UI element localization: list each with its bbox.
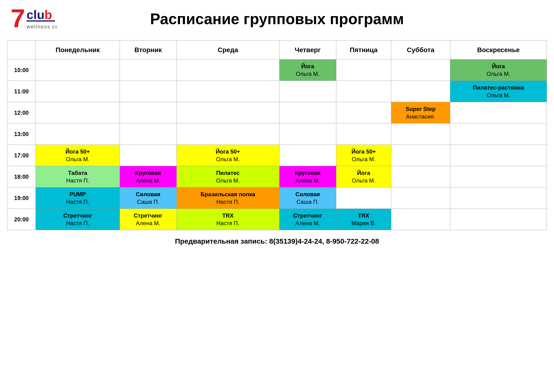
footer-registration: Предварительная запись: 8(35139)4-24-24,… bbox=[7, 237, 547, 245]
cell-class-name: PUMP bbox=[69, 190, 86, 198]
schedule-cell: ЙогаОльга М. bbox=[336, 166, 391, 188]
cell-trainer-name: Алена М. bbox=[136, 177, 160, 184]
schedule-table: Понедельник Вторник Среда Четверг Пятниц… bbox=[7, 40, 547, 230]
header-saturday: Суббота bbox=[391, 41, 450, 59]
cell-trainer-name: Алена М. bbox=[295, 177, 320, 184]
schedule-cell bbox=[120, 102, 176, 124]
cell-content: Super StepАнастасия. bbox=[393, 105, 449, 120]
cell-trainer-name: Настя П. bbox=[66, 177, 89, 184]
cell-trainer-name: Анастасия. bbox=[406, 113, 435, 120]
schedule-cell: Бразильская попкаНастя П. bbox=[176, 188, 279, 209]
schedule-cell bbox=[176, 102, 279, 124]
cell-class-name: Стретчинг bbox=[134, 212, 162, 219]
schedule-cell: СиловаяСаша П. bbox=[279, 188, 336, 209]
cell-trainer-name: Мария В. bbox=[352, 219, 376, 227]
schedule-cell: ЙогаОльга М. bbox=[279, 59, 336, 81]
cell-class-name: Йога 50+ bbox=[352, 148, 376, 155]
schedule-cell bbox=[36, 59, 120, 81]
table-row: 12:00Super StepАнастасия. bbox=[7, 102, 547, 124]
schedule-cell bbox=[336, 188, 391, 209]
schedule-cell bbox=[450, 145, 547, 166]
schedule-cell bbox=[450, 209, 547, 230]
cell-class-name: Йога 50+ bbox=[66, 148, 90, 155]
cell-class-name: Йога bbox=[301, 63, 314, 70]
cell-content: Йога 50+Ольга М. bbox=[178, 148, 278, 163]
cell-trainer-name: Ольга М. bbox=[66, 155, 90, 163]
cell-trainer-name: Ольга М. bbox=[486, 70, 510, 77]
page-title: Расписание групповых программ bbox=[59, 10, 547, 28]
cell-class-name: Стретчинг bbox=[63, 212, 92, 219]
cell-class-name: Пилатес-растяжка bbox=[473, 84, 524, 91]
cell-trainer-name: Алена М. bbox=[136, 219, 160, 227]
schedule-cell bbox=[391, 124, 450, 145]
schedule-cell: СиловаяСаша П. bbox=[120, 188, 176, 209]
schedule-cell: Йога 50+Ольга М. bbox=[176, 145, 279, 166]
svg-text:7: 7 bbox=[11, 5, 25, 33]
cell-content: Бразильская попкаНастя П. bbox=[178, 190, 278, 205]
schedule-cell: КруговаяАлена М. bbox=[279, 166, 336, 188]
cell-trainer-name: Ольга М. bbox=[486, 91, 510, 99]
time-cell: 19:00 bbox=[7, 188, 36, 209]
svg-text:cl: cl bbox=[27, 8, 37, 21]
time-cell: 20:00 bbox=[7, 209, 36, 230]
table-row: 11:00Пилатес-растяжкаОльга М. bbox=[7, 81, 547, 102]
time-cell: 10:00 bbox=[7, 59, 36, 81]
schedule-cell bbox=[36, 124, 120, 145]
table-row: 19:00PUMPНастя П.СиловаяСаша П.Бразильск… bbox=[7, 188, 547, 209]
cell-content: СиловаяСаша П. bbox=[121, 190, 175, 205]
time-cell: 17:00 bbox=[7, 145, 36, 166]
schedule-cell bbox=[120, 81, 176, 102]
cell-content: ПилатесОльга М. bbox=[178, 169, 278, 184]
cell-trainer-name: Ольга М. bbox=[296, 70, 319, 77]
time-cell: 13:00 bbox=[7, 124, 36, 145]
cell-trainer-name: Настя П. bbox=[216, 198, 239, 205]
schedule-cell bbox=[450, 124, 547, 145]
svg-text:b: b bbox=[45, 8, 52, 21]
cell-content: ЙогаОльга М. bbox=[281, 63, 335, 77]
cell-trainer-name: Саша П. bbox=[137, 198, 159, 205]
schedule-cell bbox=[391, 81, 450, 102]
header-time bbox=[7, 41, 36, 59]
schedule-cell bbox=[336, 59, 391, 81]
header-thursday: Четверг bbox=[279, 41, 336, 59]
schedule-cell bbox=[36, 102, 120, 124]
svg-rect-4 bbox=[27, 20, 55, 21]
cell-content: Йога 50+Ольга М. bbox=[338, 148, 390, 163]
schedule-cell bbox=[120, 59, 176, 81]
time-cell: 12:00 bbox=[7, 102, 36, 124]
svg-text:u: u bbox=[37, 8, 45, 21]
schedule-cell bbox=[391, 209, 450, 230]
svg-text:wellness centre: wellness centre bbox=[26, 24, 57, 30]
cell-content: КруговаяАлена М. bbox=[281, 169, 335, 184]
cell-trainer-name: Настя П. bbox=[216, 219, 239, 227]
cell-trainer-name: Алена М. bbox=[295, 219, 320, 227]
cell-content: TRXМария В. bbox=[338, 212, 390, 227]
cell-class-name: TRX bbox=[358, 212, 369, 219]
cell-trainer-name: Ольга М. bbox=[216, 155, 240, 163]
schedule-cell bbox=[36, 81, 120, 102]
cell-class-name: Круговая bbox=[295, 169, 320, 176]
cell-class-name: Силовая bbox=[136, 190, 160, 198]
schedule-cell bbox=[450, 102, 547, 124]
cell-content: СтретчингАлена М. bbox=[281, 212, 335, 227]
schedule-cell bbox=[120, 124, 176, 145]
logo-icon: 7 cl u b wellness centre bbox=[9, 5, 57, 33]
schedule-cell: Пилатес-растяжкаОльга М. bbox=[450, 81, 547, 102]
header-friday: Пятница bbox=[336, 41, 391, 59]
cell-trainer-name: Настя П. bbox=[66, 198, 89, 205]
schedule-cell bbox=[391, 145, 450, 166]
cell-class-name: Стретчинг bbox=[293, 212, 322, 219]
cell-content: СиловаяСаша П. bbox=[281, 190, 335, 205]
table-row: 13:00 bbox=[7, 124, 547, 145]
cell-class-name: Пилатес bbox=[216, 169, 240, 176]
cell-trainer-name: Саша П. bbox=[297, 198, 319, 205]
cell-class-name: Табата bbox=[68, 169, 87, 176]
schedule-cell: Йога 50+Ольга М. bbox=[36, 145, 120, 166]
schedule-cell: КруговаяАлена М. bbox=[120, 166, 176, 188]
schedule-cell bbox=[279, 81, 336, 102]
header-wednesday: Среда bbox=[176, 41, 279, 59]
header-sunday: Воскресенье bbox=[450, 41, 547, 59]
schedule-cell: Йога 50+Ольга М. bbox=[336, 145, 391, 166]
schedule-cell: СтретчингАлена М. bbox=[120, 209, 176, 230]
schedule-cell bbox=[176, 124, 279, 145]
